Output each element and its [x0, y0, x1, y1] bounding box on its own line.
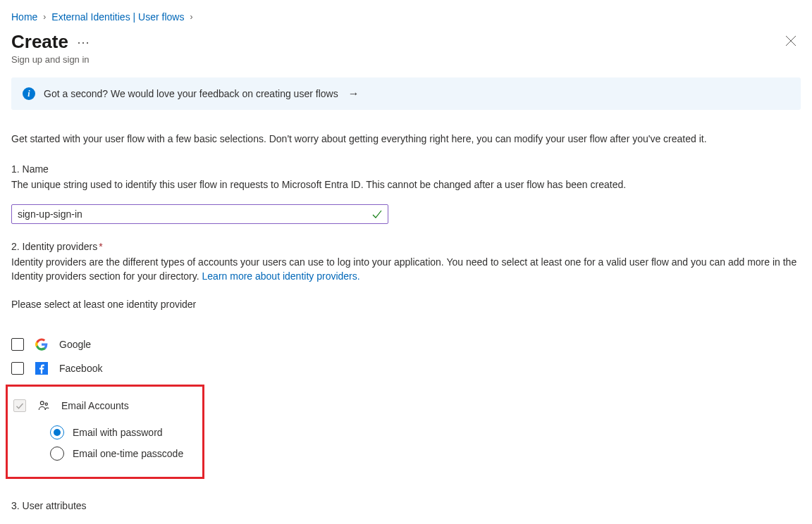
email-radio-group: Email with password Email one-time passc…: [50, 422, 202, 464]
feedback-text: Got a second? We would love your feedbac…: [44, 88, 338, 99]
close-icon: [785, 35, 796, 46]
email-password-label: Email with password: [73, 427, 163, 438]
close-button[interactable]: [781, 31, 801, 53]
facebook-checkbox[interactable]: [11, 362, 24, 375]
arrow-right-icon: →: [348, 87, 359, 100]
learn-more-link[interactable]: Learn more about identity providers.: [202, 270, 360, 282]
identity-providers-list: Google Facebook Email Acc: [11, 332, 801, 479]
select-one-text: Please select at least one identity prov…: [11, 299, 801, 310]
section-1-desc: The unique string used to identify this …: [11, 177, 801, 192]
section-1-label: 1. Name: [11, 163, 801, 175]
radio-selected: [50, 425, 64, 439]
provider-row-facebook: Facebook: [11, 356, 801, 380]
checkmark-icon: [371, 208, 383, 220]
breadcrumb: Home › External Identities | User flows …: [11, 11, 801, 23]
email-label: Email Accounts: [61, 400, 129, 411]
facebook-label: Facebook: [59, 363, 102, 374]
feedback-banner[interactable]: i Got a second? We would love your feedb…: [11, 77, 801, 110]
section-3-label: 3. User attributes: [11, 500, 801, 511]
info-icon: i: [23, 87, 35, 100]
people-icon: [37, 399, 50, 412]
more-icon[interactable]: ⋯: [77, 36, 90, 49]
intro-text: Get started with your user flow with a f…: [11, 132, 801, 146]
email-accounts-highlight: Email Accounts Email with password Email…: [6, 385, 204, 479]
chevron-right-icon: ›: [190, 12, 192, 22]
google-checkbox[interactable]: [11, 338, 24, 351]
breadcrumb-external-identities[interactable]: External Identities | User flows: [51, 11, 184, 23]
section-2-desc: Identity providers are the different typ…: [11, 255, 801, 284]
facebook-icon: [35, 362, 48, 375]
google-icon: [35, 338, 48, 351]
breadcrumb-home[interactable]: Home: [11, 11, 37, 23]
page-subtitle: Sign up and sign in: [11, 54, 90, 65]
name-input[interactable]: [11, 204, 388, 224]
email-otp-option[interactable]: Email one-time passcode: [50, 443, 202, 464]
section-2-label: 2. Identity providers*: [11, 241, 801, 252]
page-title: Create: [11, 31, 68, 53]
svg-point-3: [40, 401, 44, 405]
email-otp-label: Email one-time passcode: [73, 448, 183, 459]
provider-row-google: Google: [11, 332, 801, 356]
email-password-option[interactable]: Email with password: [50, 422, 202, 443]
google-label: Google: [59, 339, 91, 350]
provider-row-email: Email Accounts: [13, 394, 202, 418]
radio-unselected: [50, 447, 64, 461]
required-asterisk: *: [99, 241, 102, 252]
chevron-right-icon: ›: [43, 12, 46, 22]
svg-point-4: [45, 404, 47, 406]
email-checkbox: [13, 399, 26, 412]
